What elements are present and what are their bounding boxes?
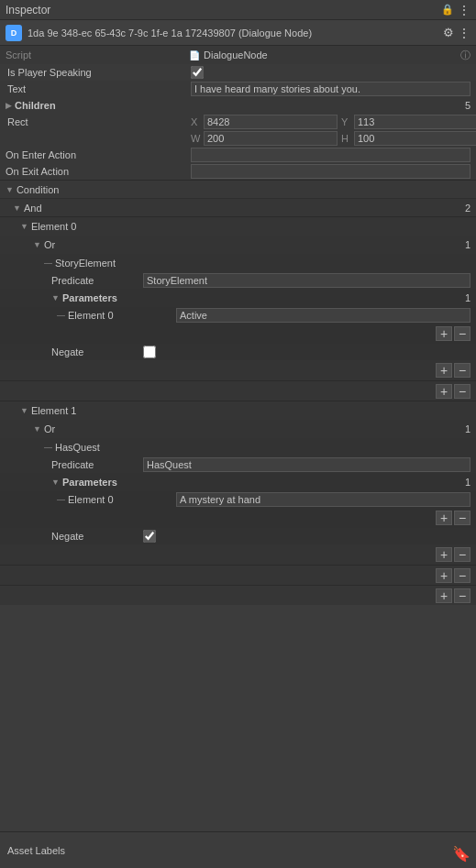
script-file-icon: 📄 (189, 50, 200, 60)
rect-y-input[interactable] (354, 115, 476, 129)
negate-1-row: Negate (0, 528, 476, 544)
param-element-0-label: — Element 0 (57, 310, 176, 321)
children-foldout-arrow[interactable]: ▶ (6, 101, 12, 110)
on-exit-action-row: On Exit Action (0, 163, 476, 180)
element-1-foldout[interactable]: ▼ (20, 406, 28, 415)
or-0-label: Or (44, 239, 55, 250)
param-element-1-label: — Element 0 (57, 494, 176, 505)
pm-or-1-row: + − (0, 544, 476, 565)
and-count: 2 (465, 203, 470, 214)
rect-x-label: X (191, 116, 202, 127)
param-element-1-input[interactable] (176, 492, 470, 507)
pm-params-1-row: + − (0, 508, 476, 528)
is-player-speaking-row: Is Player Speaking (0, 64, 476, 81)
rect-w-field: W (191, 131, 338, 146)
remove-element-0-button[interactable]: − (454, 384, 470, 399)
text-input[interactable] (191, 82, 470, 96)
story-element-0-header: — StoryElement (0, 254, 476, 272)
condition-foldout-arrow[interactable]: ▼ (6, 185, 14, 194)
rect-x-input[interactable] (204, 115, 338, 129)
pm-and-row: + − (0, 585, 476, 605)
rect-x-field: X (191, 115, 338, 129)
element-0-block: ▼ Element 0 ▼ Or 1 — StoryElement Predic… (0, 216, 476, 401)
element-0-header: ▼ Element 0 (0, 217, 476, 236)
on-exit-action-label: On Exit Action (6, 166, 191, 177)
or-0-count: 1 (465, 239, 470, 250)
node-settings-icon[interactable]: ⚙ (443, 26, 454, 39)
rect-w-input[interactable] (204, 131, 338, 146)
rect-h-label: H (341, 133, 352, 144)
rect-h-field: H (341, 131, 476, 146)
remove-param-0-button[interactable]: − (454, 326, 470, 341)
inspector-content: Script 📄 DialogueNode ⓘ Is Player Speaki… (0, 46, 476, 605)
param-element-1-row: — Element 0 (0, 491, 476, 508)
story-element-0-foldout[interactable]: — (44, 258, 52, 268)
add-and-button[interactable]: + (436, 588, 452, 603)
lock-icon[interactable]: 🔒 (441, 4, 454, 16)
element-0-foldout[interactable]: ▼ (20, 222, 28, 231)
rect-y-field: Y (341, 115, 476, 129)
predicate-0-row: Predicate (0, 272, 476, 289)
condition-header: ▼ Condition (0, 180, 476, 198)
element-0-label: Element 0 (31, 221, 77, 232)
negate-0-checkbox[interactable] (143, 346, 156, 358)
script-value-text: DialogueNode (204, 49, 268, 60)
add-element-1-button[interactable]: + (436, 568, 452, 583)
add-element-0-button[interactable]: + (436, 384, 452, 399)
text-row: Text (0, 81, 476, 97)
negate-1-label: Negate (51, 531, 143, 542)
and-foldout-arrow[interactable]: ▼ (13, 203, 21, 213)
rect-w-label: W (191, 133, 202, 144)
params-0-foldout[interactable]: ▼ (51, 293, 60, 302)
predicate-1-input[interactable] (143, 457, 470, 472)
bookmark-icon[interactable]: 🔖 (452, 845, 470, 863)
node-overflow-icon[interactable]: ⋮ (458, 26, 470, 40)
params-1-label: Parameters (62, 477, 117, 488)
predicate-0-input[interactable] (143, 273, 470, 288)
remove-or-0-button[interactable]: − (454, 363, 470, 378)
add-or-1-button[interactable]: + (436, 547, 452, 562)
negate-1-checkbox[interactable] (143, 530, 156, 543)
bottom-bar: Asset Labels 🔖 (0, 831, 476, 868)
node-id-text: 1da 9e 348-ec 65-43c 7-9c 1f-e 1a 172439… (28, 27, 312, 38)
predicate-1-row: Predicate (0, 456, 476, 473)
remove-element-1-button[interactable]: − (454, 568, 470, 583)
element-1-header: ▼ Element 1 (0, 401, 476, 420)
rect-y-label: Y (341, 116, 352, 127)
params-1-foldout[interactable]: ▼ (51, 478, 60, 487)
condition-label: Condition (17, 184, 59, 195)
kebab-icon[interactable]: ⋮ (458, 3, 470, 17)
children-count: 5 (465, 100, 470, 111)
add-param-0-button[interactable]: + (436, 326, 452, 341)
node-icon: D (6, 25, 22, 41)
inspector-header-left: Inspector (6, 4, 50, 16)
children-label: Children (15, 100, 56, 111)
on-exit-action-value[interactable] (191, 164, 470, 179)
text-label: Text (6, 83, 191, 94)
rect-h-input[interactable] (354, 131, 476, 146)
add-param-1-button[interactable]: + (436, 511, 452, 525)
params-0-label: Parameters (62, 292, 117, 303)
has-quest-1-header: — HasQuest (0, 438, 476, 456)
children-row: ▶ Children 5 (0, 97, 476, 114)
text-value (191, 82, 470, 96)
remove-and-button[interactable]: − (454, 588, 470, 603)
or-1-foldout[interactable]: ▼ (33, 424, 41, 434)
has-quest-1-foldout[interactable]: — (44, 443, 52, 452)
pm-element-0-row: + − (0, 380, 476, 401)
add-or-0-button[interactable]: + (436, 363, 452, 378)
predicate-1-label: Predicate (51, 459, 143, 470)
on-enter-action-label: On Enter Action (6, 149, 191, 160)
or-0-header: ▼ Or 1 (0, 236, 476, 254)
script-info-icon[interactable]: ⓘ (460, 49, 470, 62)
or-0-foldout[interactable]: ▼ (33, 240, 41, 249)
remove-or-1-button[interactable]: − (454, 547, 470, 562)
or-1-header: ▼ Or 1 (0, 420, 476, 438)
asset-labels-text: Asset Labels (7, 845, 65, 856)
negate-0-row: Negate (0, 344, 476, 360)
param-element-0-input[interactable] (176, 308, 470, 323)
remove-param-1-button[interactable]: − (454, 511, 470, 525)
is-player-speaking-checkbox[interactable] (191, 66, 204, 79)
on-enter-action-value[interactable] (191, 148, 470, 162)
inspector-header-icons: 🔒 ⋮ (441, 3, 470, 17)
